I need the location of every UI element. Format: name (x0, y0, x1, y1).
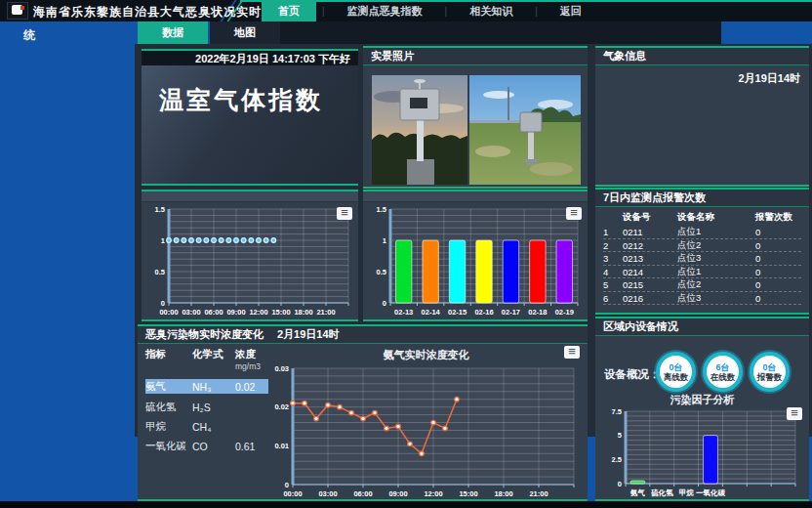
tab-row: 数据 地图 (0, 21, 812, 44)
svg-text:03:00: 03:00 (182, 308, 200, 317)
pollutant-panel-date: 2月19日14时 (277, 327, 340, 342)
pollution-factor-chart: 02.557.5氨气硫化氢甲烷一氧化碳 (600, 405, 803, 498)
device-stat-ring-2: 6台在线数 (703, 352, 743, 392)
nav-separator: | (439, 0, 454, 21)
alarm-col-device-name: 设备名称 (677, 211, 753, 226)
daily-odor-index-chart: 00.511.502-1302-1402-1502-1602-1702-1802… (365, 203, 586, 318)
greeting-panel: 2022年2月19日 14:17:03 下午好 温室气体指数 (142, 49, 358, 186)
nav-item-3[interactable]: 相关知识 (453, 0, 529, 21)
alarm-table-body: 10211点位1020212点位2030213点位3040214点位105021… (603, 226, 801, 305)
app-logo-icon (7, 2, 28, 20)
svg-text:0.02: 0.02 (274, 402, 289, 411)
greenhouse-hourly-chart: 00.511.500:0003:0006:0009:0012:0015:0018… (143, 203, 356, 318)
nav-item-1[interactable]: 首页 (262, 0, 316, 21)
svg-text:02-15: 02-15 (448, 308, 467, 317)
pollutant-table: 指标 化学式 浓度mg/m3 氨气NH₃0.02硫化氢H₂S甲烷CH₄一氧化碳C… (145, 348, 268, 453)
device-stat-rings: 0台离线数6台在线数0台报警数 (656, 352, 790, 392)
nav-item-2[interactable]: 监测点恶臭指数 (331, 0, 439, 21)
chart-menu-icon[interactable] (564, 346, 580, 359)
app-title-wrap: 统 (23, 27, 35, 44)
pollutant-panel-title: 恶臭污染物实时浓度变化 (145, 327, 264, 342)
pollutant-row[interactable]: 一氧化碳CO0.61 (145, 439, 268, 453)
svg-text:06:00: 06:00 (353, 489, 372, 498)
svg-text:0.5: 0.5 (377, 268, 386, 276)
svg-text:00:00: 00:00 (283, 489, 302, 498)
svg-text:0.01: 0.01 (274, 442, 289, 450)
photos-panel: 实景照片 (363, 46, 588, 189)
tab-map[interactable]: 地图 (210, 21, 280, 44)
nav-item-4[interactable]: 返回 (544, 0, 598, 21)
alarm-table-row: 40214点位10 (603, 266, 801, 279)
chart-header-strip (142, 191, 358, 202)
svg-text:硫化氢: 硫化氢 (651, 488, 673, 497)
svg-text:0: 0 (285, 481, 289, 489)
svg-text:09:00: 09:00 (226, 308, 245, 317)
top-nav: 海南省乐东黎族自治县大气恶臭状况实时发布系 首页|监测点恶臭指数|相关知识|返回 (0, 0, 812, 21)
chart-menu-icon[interactable] (787, 407, 802, 420)
svg-text:02-17: 02-17 (502, 308, 520, 317)
alarm-table-panel: 7日内监测点报警次数 设备号 设备名称 报警次数 10211点位1020212点… (595, 188, 809, 315)
devices-panel-title: 区域内设备情况 (595, 318, 809, 336)
devices-panel: 区域内设备情况 设备概况： 0台离线数6台在线数0台报警数 污染因子分析 02.… (595, 317, 809, 501)
chart-menu-icon[interactable] (566, 207, 582, 220)
device-overview-label: 设备概况： (604, 367, 661, 382)
app-title: 海南省乐东黎族自治县大气恶臭状况实时发布系 (33, 4, 300, 21)
dashboard: 海南省乐东黎族自治县大气恶臭状况实时发布系 首页|监测点恶臭指数|相关知识|返回… (0, 0, 812, 508)
nav-menu: 首页|监测点恶臭指数|相关知识|返回 (262, 0, 598, 21)
photo-right-image (469, 75, 581, 185)
pollutant-row[interactable]: 氨气NH₃0.02 (145, 379, 268, 394)
svg-text:7.5: 7.5 (612, 407, 622, 416)
daily-index-chart-panel: 00.511.502-1302-1402-1502-1602-1702-1802… (363, 190, 588, 321)
device-stat-ring-1: 0台离线数 (656, 352, 696, 392)
photos-panel-title: 实景照片 (363, 48, 588, 65)
alarm-col-device-no: 设备号 (623, 211, 675, 226)
svg-text:0: 0 (618, 480, 622, 488)
tab-data[interactable]: 数据 (138, 21, 208, 44)
nav-separator: | (529, 0, 544, 21)
alarm-table-row: 60216点位30 (603, 292, 801, 306)
alarm-panel-title: 7日内监测点报警次数 (595, 190, 809, 207)
svg-text:02-13: 02-13 (394, 308, 413, 317)
svg-text:00:00: 00:00 (159, 308, 178, 317)
svg-text:1.5: 1.5 (155, 205, 165, 214)
pollutant-panel-header: 恶臭污染物实时浓度变化 2月19日14时 (138, 326, 588, 344)
alarm-table: 设备号 设备名称 报警次数 10211点位1020212点位2030213点位3… (603, 211, 801, 305)
svg-text:06:00: 06:00 (204, 308, 223, 317)
pollutant-row[interactable]: 甲烷CH₄ (145, 419, 268, 434)
pollution-factor-chart-title: 污染因子分析 (595, 393, 809, 407)
device-stat-ring-3: 0台报警数 (750, 352, 790, 392)
svg-text:21:00: 21:00 (316, 308, 335, 317)
svg-text:甲烷: 甲烷 (679, 488, 695, 497)
svg-text:09:00: 09:00 (388, 489, 407, 498)
chart-menu-icon[interactable] (337, 207, 352, 220)
pollutant-col-name: 指标 (145, 348, 190, 371)
svg-text:0.5: 0.5 (155, 268, 165, 276)
weather-panel: 气象信息 2月19日14时 (595, 46, 809, 187)
svg-text:1.5: 1.5 (377, 205, 386, 214)
greenhouse-chart-panel: 00.511.500:0003:0006:0009:0012:0015:0018… (142, 190, 358, 321)
site-photos (372, 75, 581, 185)
alarm-table-row: 20212点位20 (603, 239, 801, 253)
svg-text:03:00: 03:00 (318, 489, 337, 498)
svg-text:12:00: 12:00 (424, 489, 442, 498)
photo-left-image (372, 75, 467, 185)
pollutant-table-body: 氨气NH₃0.02硫化氢H₂S甲烷CH₄一氧化碳CO0.61 (145, 379, 268, 453)
svg-text:一氧化碳: 一氧化碳 (696, 488, 726, 497)
svg-text:1: 1 (383, 236, 386, 245)
svg-text:18:00: 18:00 (494, 489, 512, 498)
pollutant-col-formula: 化学式 (192, 348, 233, 371)
chart-header-strip (363, 191, 588, 202)
nh3-chart-title: 氨气实时浓度变化 (267, 348, 585, 362)
weather-date: 2月19日14时 (738, 71, 800, 86)
svg-text:0.03: 0.03 (274, 364, 289, 373)
greeting-headline: 温室气体指数 (159, 84, 323, 116)
alarm-table-row: 10211点位10 (603, 226, 801, 239)
svg-text:15:00: 15:00 (271, 308, 290, 317)
nav-separator: | (316, 0, 331, 21)
svg-text:02-18: 02-18 (528, 308, 547, 317)
svg-text:15:00: 15:00 (459, 489, 477, 498)
pollutant-table-header: 指标 化学式 浓度mg/m3 (145, 348, 268, 371)
alarm-table-row: 30213点位30 (603, 252, 801, 266)
svg-text:0: 0 (161, 299, 165, 308)
pollutant-row[interactable]: 硫化氢H₂S (145, 400, 268, 414)
